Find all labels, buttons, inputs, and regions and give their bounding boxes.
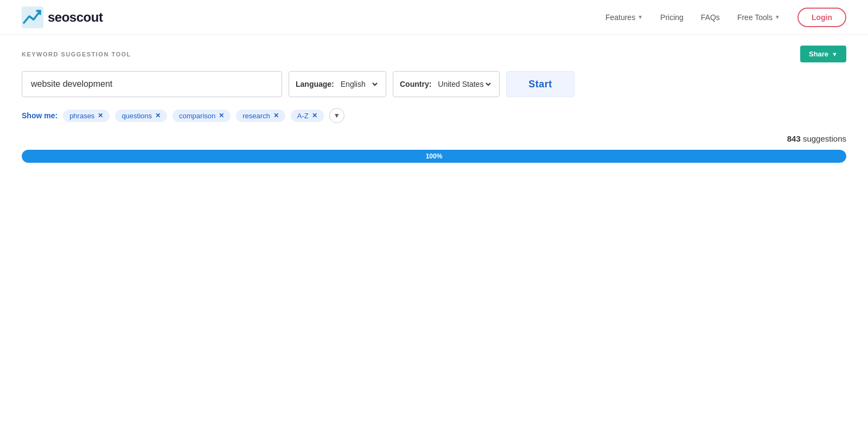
tag-az[interactable]: A-Z ✕ xyxy=(291,110,324,122)
suggestions-count: 843 suggestions xyxy=(22,134,846,143)
progress-bar: 100% xyxy=(22,150,846,163)
close-icon[interactable]: ✕ xyxy=(312,112,317,119)
main-content: KEYWORD SUGGESTION TOOL Share ▼ Language… xyxy=(0,35,868,427)
logo-icon xyxy=(22,7,43,28)
close-icon[interactable]: ✕ xyxy=(273,112,279,119)
progress-label: 100% xyxy=(426,152,443,160)
nav-free-tools[interactable]: Free Tools ▼ xyxy=(737,13,780,22)
nav-links: Features ▼ Pricing FAQs Free Tools ▼ Log… xyxy=(605,8,846,27)
login-button[interactable]: Login xyxy=(797,8,846,27)
show-me-label: Show me: xyxy=(22,111,58,120)
nav-features[interactable]: Features ▼ xyxy=(605,13,643,22)
show-me-row: Show me: phrases ✕ questions ✕ compariso… xyxy=(22,108,846,123)
language-select[interactable]: English xyxy=(339,79,379,89)
start-button[interactable]: Start xyxy=(506,71,575,97)
tag-research[interactable]: research ✕ xyxy=(236,110,285,122)
tag-comparison[interactable]: comparison ✕ xyxy=(173,110,231,122)
chevron-down-icon: ▼ xyxy=(775,14,780,20)
chevron-down-icon: ▼ xyxy=(637,14,643,20)
search-row: Language: English Country: United States… xyxy=(22,71,846,97)
logo-text: seoscout xyxy=(48,10,103,25)
svg-rect-0 xyxy=(22,7,43,28)
navbar: seoscout Features ▼ Pricing FAQs Free To… xyxy=(0,0,868,35)
country-select[interactable]: United States xyxy=(436,79,493,89)
logo-area: seoscout xyxy=(22,7,103,28)
progress-bar-fill: 100% xyxy=(22,150,846,163)
show-more-button[interactable]: ▼ xyxy=(329,108,344,123)
tool-label-text: KEYWORD SUGGESTION TOOL xyxy=(22,51,131,58)
language-dropdown[interactable]: Language: English xyxy=(289,71,386,97)
close-icon[interactable]: ✕ xyxy=(155,112,161,119)
share-button[interactable]: Share ▼ xyxy=(800,46,846,62)
country-dropdown[interactable]: Country: United States xyxy=(393,71,500,97)
chevron-down-icon: ▼ xyxy=(832,51,838,58)
tool-label-row: KEYWORD SUGGESTION TOOL Share ▼ xyxy=(22,46,846,62)
search-input[interactable] xyxy=(31,79,273,89)
close-icon[interactable]: ✕ xyxy=(219,112,224,119)
tag-phrases[interactable]: phrases ✕ xyxy=(63,110,110,122)
nav-pricing[interactable]: Pricing xyxy=(660,13,684,22)
nav-faqs[interactable]: FAQs xyxy=(701,13,720,22)
search-input-wrap[interactable] xyxy=(22,71,282,97)
close-icon[interactable]: ✕ xyxy=(98,112,103,119)
tag-questions[interactable]: questions ✕ xyxy=(115,110,167,122)
